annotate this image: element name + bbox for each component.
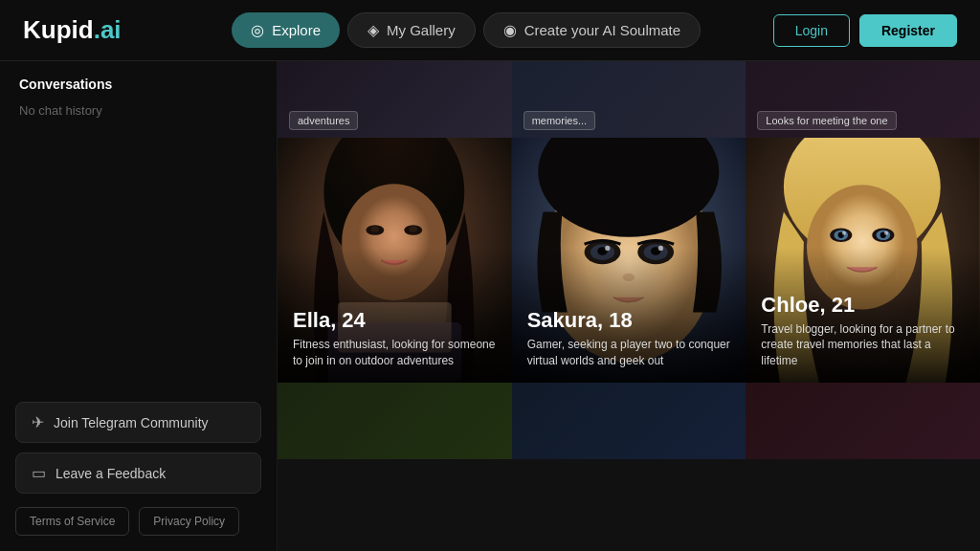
card-info-ella: Ella, 24 Fitness enthusiast, looking for… xyxy=(278,295,512,383)
card-name-chloe: Chloe, 21 xyxy=(761,293,965,318)
explore-label: Explore xyxy=(272,22,321,38)
cards-grid: Ella, 24 Fitness enthusiast, looking for… xyxy=(278,138,980,383)
bottom-card-1[interactable] xyxy=(278,383,512,459)
card-name-sakura: Sakura, 18 xyxy=(527,308,731,333)
top-strip: adventures memories... Looks for meeting… xyxy=(278,61,980,138)
card-desc-ella: Fitness enthusiast, looking for someone … xyxy=(293,337,497,369)
top-card-3[interactable]: Looks for meeting the one xyxy=(746,61,980,138)
logo-text-ai: ai xyxy=(100,15,122,44)
gallery-icon: ◈ xyxy=(368,21,379,39)
card-sakura[interactable]: Sakura, 18 Gamer, seeking a player two t… xyxy=(512,138,746,383)
top-badge-1: adventures xyxy=(289,111,358,130)
register-button[interactable]: Register xyxy=(859,14,957,47)
card-desc-sakura: Gamer, seeking a player two to conquer v… xyxy=(527,337,731,369)
top-card-2[interactable]: memories... xyxy=(512,61,746,138)
terms-button[interactable]: Terms of Service xyxy=(15,507,129,536)
logo[interactable]: Kupid.ai xyxy=(23,15,122,45)
create-label: Create your AI Soulmate xyxy=(524,22,680,38)
create-soulmate-nav-button[interactable]: ◉ Create your AI Soulmate xyxy=(483,12,701,48)
login-button[interactable]: Login xyxy=(773,14,850,47)
telegram-button[interactable]: ✈ Join Telegram Community xyxy=(15,402,261,443)
card-name-ella: Ella, 24 xyxy=(293,308,497,333)
top-badge-2: memories... xyxy=(523,111,595,130)
card-info-chloe: Chloe, 21 Travel blogger, looking for a … xyxy=(746,279,980,383)
create-icon: ◉ xyxy=(503,21,517,39)
bottom-card-3[interactable] xyxy=(746,383,980,459)
top-card-1[interactable]: adventures xyxy=(278,61,512,138)
bottom-cards-grid xyxy=(278,383,980,459)
gallery-nav-button[interactable]: ◈ My Gallery xyxy=(347,12,476,48)
card-ella[interactable]: Ella, 24 Fitness enthusiast, looking for… xyxy=(278,138,512,383)
telegram-icon: ✈ xyxy=(32,413,44,431)
card-info-sakura: Sakura, 18 Gamer, seeking a player two t… xyxy=(512,295,746,383)
explore-icon: ◎ xyxy=(251,21,264,39)
gallery-label: My Gallery xyxy=(387,22,456,38)
bottom-card-2[interactable] xyxy=(512,383,746,459)
explore-nav-button[interactable]: ◎ Explore xyxy=(232,12,340,48)
svg-point-30 xyxy=(842,231,846,235)
top-badge-3: Looks for meeting the one xyxy=(757,111,896,130)
conversations-title: Conversations xyxy=(0,77,277,99)
sidebar-bottom: ✈ Join Telegram Community ▭ Leave a Feed… xyxy=(0,386,277,551)
card-desc-chloe: Travel blogger, looking for a partner to… xyxy=(761,321,965,369)
feedback-button[interactable]: ▭ Leave a Feedback xyxy=(15,452,261,494)
svg-point-31 xyxy=(884,231,888,235)
main-content: adventures memories... Looks for meeting… xyxy=(278,61,980,551)
main-nav: ◎ Explore ◈ My Gallery ◉ Create your AI … xyxy=(160,12,773,48)
footer-links: Terms of Service Privacy Policy xyxy=(15,507,261,536)
card-chloe[interactable]: Chloe, 21 Travel blogger, looking for a … xyxy=(746,138,980,383)
sidebar: Conversations No chat history ✈ Join Tel… xyxy=(0,61,278,551)
logo-text-kupid: Kupid xyxy=(23,15,94,44)
svg-point-6 xyxy=(410,226,417,231)
telegram-label: Join Telegram Community xyxy=(54,415,209,430)
feedback-icon: ▭ xyxy=(32,464,46,482)
logo-dot: . xyxy=(94,15,100,44)
auth-buttons: Login Register xyxy=(773,14,957,47)
feedback-label: Leave a Feedback xyxy=(56,466,166,481)
privacy-button[interactable]: Privacy Policy xyxy=(139,507,239,536)
no-chat-history: No chat history xyxy=(0,99,277,133)
body-layout: Conversations No chat history ✈ Join Tel… xyxy=(0,61,980,551)
header: Kupid.ai ◎ Explore ◈ My Gallery ◉ Create… xyxy=(0,0,980,61)
svg-point-5 xyxy=(371,226,379,231)
